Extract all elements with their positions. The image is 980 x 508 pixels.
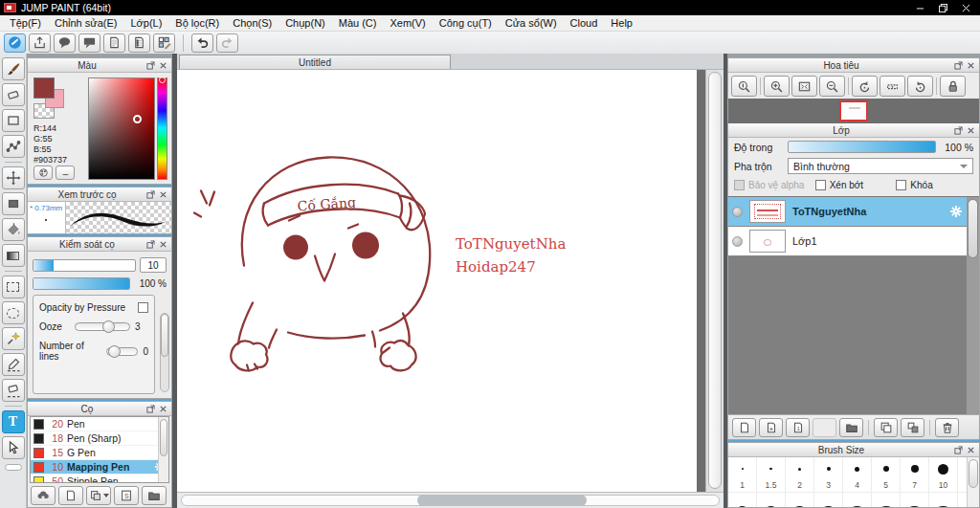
menu-item-1[interactable]: Tệp(F) bbox=[3, 15, 48, 32]
zoom-reset-button[interactable] bbox=[731, 76, 757, 97]
merge-layer-button[interactable] bbox=[901, 418, 924, 437]
script-brush-button[interactable]: S bbox=[114, 486, 139, 505]
brush-size-cell-large[interactable] bbox=[843, 493, 872, 507]
opacity-by-pressure-checkbox[interactable] bbox=[138, 302, 148, 313]
brush-size-cell-4[interactable] bbox=[843, 457, 872, 480]
color-picker-square[interactable] bbox=[88, 77, 155, 180]
menu-item-3[interactable]: Lớp(L) bbox=[123, 15, 168, 32]
zoom-in-button[interactable] bbox=[764, 76, 790, 97]
comment-box-button[interactable] bbox=[78, 33, 100, 53]
brush-size-cell-large[interactable] bbox=[929, 493, 958, 507]
fit-window-button[interactable] bbox=[791, 76, 817, 97]
menu-item-7[interactable]: Màu (C) bbox=[332, 15, 384, 32]
new-8bit-layer-button[interactable]: a bbox=[759, 418, 783, 437]
brush-folder-button[interactable] bbox=[142, 486, 167, 505]
eraser-tool[interactable] bbox=[2, 83, 25, 106]
close-icon[interactable] bbox=[966, 445, 976, 455]
menu-item-9[interactable]: Công cụ(T) bbox=[433, 15, 499, 32]
magic-wand-tool[interactable] bbox=[2, 327, 25, 350]
brush-size-cell-large[interactable] bbox=[786, 493, 814, 507]
close-icon[interactable] bbox=[966, 125, 976, 136]
curve-tool[interactable] bbox=[2, 135, 25, 158]
brush-width-value[interactable]: 10 bbox=[140, 257, 167, 273]
brush-size-scrollbar[interactable] bbox=[967, 457, 979, 507]
new-1bit-layer-button[interactable]: 1 bbox=[786, 418, 810, 437]
ctrl-select-tool[interactable] bbox=[2, 436, 25, 459]
copy-brush-button[interactable] bbox=[86, 486, 111, 505]
layer-list-scrollbar[interactable] bbox=[967, 197, 979, 414]
rect-select-tool[interactable] bbox=[2, 276, 25, 298]
navigator-view-rect[interactable] bbox=[839, 100, 868, 121]
close-icon[interactable] bbox=[158, 404, 168, 414]
grid-customize-button[interactable] bbox=[153, 33, 175, 53]
control-scrollbar[interactable] bbox=[160, 313, 169, 392]
close-icon[interactable] bbox=[158, 239, 168, 250]
brush-size-cell-1[interactable] bbox=[728, 457, 757, 480]
menu-item-6[interactable]: Chụp(N) bbox=[278, 15, 332, 32]
document-tab[interactable]: Untitled bbox=[179, 55, 451, 69]
navigator-preview[interactable] bbox=[728, 99, 979, 123]
menu-item-4[interactable]: Bộ lọc(R) bbox=[168, 15, 226, 32]
new-brush-button[interactable] bbox=[58, 486, 83, 505]
shape-rect-tool[interactable] bbox=[2, 109, 25, 132]
close-icon[interactable] bbox=[158, 60, 168, 71]
layer-blend-select[interactable]: Bình thường bbox=[788, 158, 973, 174]
zoom-out-button[interactable] bbox=[819, 76, 845, 97]
tool-column-scrollbar[interactable] bbox=[5, 464, 22, 471]
delete-layer-button[interactable] bbox=[935, 418, 959, 437]
layer-row-2[interactable]: Lớp1 bbox=[728, 227, 967, 256]
clipping-checkbox[interactable] bbox=[815, 180, 826, 190]
duplicate-layer-button[interactable] bbox=[874, 418, 898, 437]
picker-marker[interactable] bbox=[133, 115, 142, 123]
menu-item-8[interactable]: Xem(V) bbox=[383, 15, 432, 32]
close-button[interactable] bbox=[955, 1, 976, 14]
text-tool[interactable]: T bbox=[2, 410, 25, 433]
menu-item-2[interactable]: Chỉnh sửa(E) bbox=[48, 15, 123, 32]
drawing-canvas[interactable]: Cố Gắng ToTNguyetNha Hoidap247 bbox=[177, 70, 697, 492]
lasso-select-tool[interactable] bbox=[2, 301, 25, 324]
popout-icon[interactable] bbox=[953, 60, 964, 71]
layer-opacity-slider[interactable] bbox=[788, 141, 936, 153]
doc-settings-button[interactable] bbox=[128, 33, 150, 53]
popout-icon[interactable] bbox=[145, 404, 156, 414]
fill-rect-tool[interactable] bbox=[2, 192, 25, 215]
menu-item-5[interactable]: Chọn(S) bbox=[226, 15, 278, 32]
layer-visibility-toggle[interactable] bbox=[732, 236, 743, 247]
brush-opacity-slider[interactable] bbox=[33, 277, 130, 290]
brush-size-cell-3[interactable] bbox=[814, 457, 843, 480]
select-eraser-tool[interactable] bbox=[2, 379, 25, 402]
lock-checkbox[interactable] bbox=[896, 180, 906, 190]
layer-visibility-toggle[interactable] bbox=[732, 207, 743, 217]
hue-bar[interactable] bbox=[157, 77, 167, 180]
hue-marker[interactable] bbox=[159, 77, 166, 83]
number-of-lines-slider[interactable] bbox=[106, 347, 139, 356]
brush-row-3[interactable]: 15G Pen bbox=[31, 446, 168, 460]
brush-size-cell-5[interactable] bbox=[872, 457, 901, 480]
layer-row-1[interactable]: ToTNguyetNha bbox=[728, 197, 967, 227]
ooze-slider[interactable] bbox=[75, 322, 130, 331]
brush-width-slider[interactable] bbox=[33, 259, 136, 272]
new-folder-button[interactable] bbox=[839, 418, 863, 437]
brush-size-cell-large[interactable] bbox=[901, 493, 929, 507]
alpha-protect-checkbox[interactable] bbox=[734, 180, 745, 190]
canvas-vertical-scrollbar[interactable] bbox=[705, 70, 724, 492]
flip-lock-button[interactable] bbox=[940, 76, 966, 97]
brush-size-cell-large[interactable] bbox=[814, 493, 843, 507]
brush-list-scrollbar[interactable] bbox=[158, 417, 168, 482]
popout-icon[interactable] bbox=[145, 60, 156, 71]
popout-icon[interactable] bbox=[145, 239, 156, 250]
gradient-tool[interactable] bbox=[2, 244, 25, 267]
minimize-button[interactable] bbox=[909, 1, 930, 14]
bucket-tool[interactable] bbox=[2, 218, 25, 241]
redo-button[interactable] bbox=[216, 33, 238, 53]
layer-settings-gear-icon[interactable] bbox=[949, 205, 963, 218]
rotate-reset-button[interactable] bbox=[880, 76, 905, 97]
brush-size-cell-7[interactable] bbox=[901, 457, 929, 480]
publish-button[interactable] bbox=[29, 33, 51, 53]
brush-size-cell-large[interactable] bbox=[757, 493, 786, 507]
palette-button[interactable] bbox=[33, 166, 53, 180]
brush-size-cell-2[interactable] bbox=[786, 457, 814, 480]
menu-item-10[interactable]: Cửa sổ(W) bbox=[499, 15, 564, 32]
popout-icon[interactable] bbox=[145, 189, 156, 200]
primary-color-swatch[interactable] bbox=[33, 77, 55, 99]
